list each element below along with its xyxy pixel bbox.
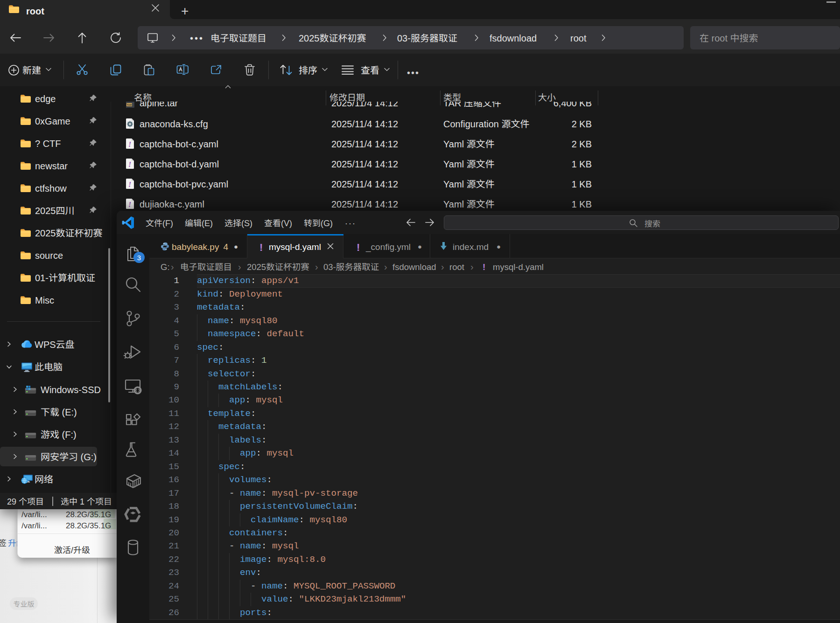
svg-text:!: ! [128, 200, 132, 209]
svg-text:!: ! [128, 140, 132, 149]
svg-text:TAR: TAR [127, 104, 132, 106]
svg-text:!: ! [128, 180, 132, 189]
svg-text:!: ! [128, 160, 132, 169]
